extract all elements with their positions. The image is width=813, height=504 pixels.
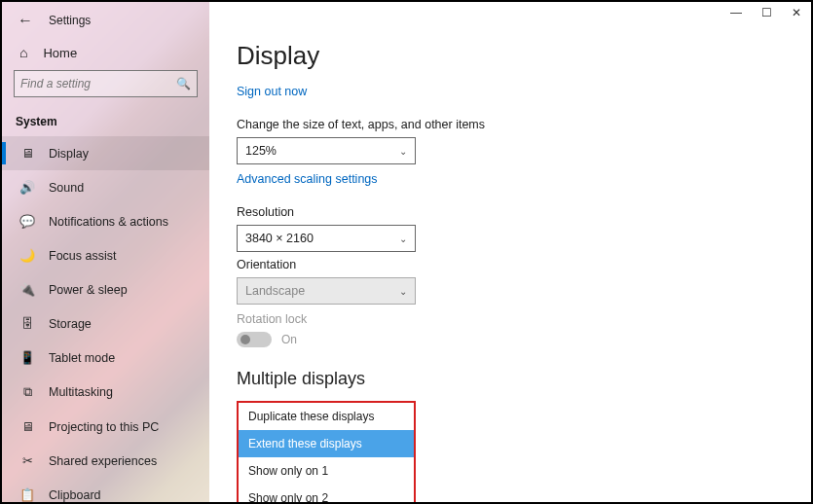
sidebar-item-label: Storage bbox=[49, 317, 92, 331]
sidebar-item-label: Multitasking bbox=[49, 385, 113, 399]
sidebar-icon: ✂ bbox=[19, 453, 35, 468]
sidebar-icon: ⧉ bbox=[19, 384, 35, 400]
sidebar-icon: 📋 bbox=[19, 487, 35, 502]
sidebar-item-label: Power & sleep bbox=[49, 283, 128, 297]
resolution-label: Resolution bbox=[237, 205, 784, 219]
search-input[interactable]: 🔍 bbox=[14, 70, 198, 97]
sidebar-icon: 🗄 bbox=[19, 316, 35, 331]
sidebar-item-notifications-actions[interactable]: 💬Notifications & actions bbox=[2, 204, 209, 238]
sidebar-item-projecting-to-this-pc[interactable]: 🖥Projecting to this PC bbox=[2, 410, 209, 444]
sidebar-item-label: Shared experiences bbox=[49, 454, 157, 468]
resolution-value: 3840 × 2160 bbox=[245, 232, 314, 245]
sidebar-item-sound[interactable]: 🔊Sound bbox=[2, 170, 209, 204]
multiple-displays-heading: Multiple displays bbox=[237, 369, 784, 389]
sidebar-icon: 🖥 bbox=[19, 146, 35, 161]
dropdown-option[interactable]: Extend these displays bbox=[239, 430, 414, 457]
sidebar-item-label: Sound bbox=[49, 181, 84, 195]
sidebar: ← Settings ⌂ Home 🔍 System 🖥Display🔊Soun… bbox=[2, 2, 209, 502]
orientation-select: Landscape ⌄ bbox=[237, 277, 416, 305]
content-area: Display Sign out now Change the size of … bbox=[209, 2, 811, 502]
sidebar-item-clipboard[interactable]: 📋Clipboard bbox=[2, 478, 209, 504]
back-arrow-icon[interactable]: ← bbox=[18, 12, 33, 29]
rotation-lock-toggle bbox=[237, 332, 272, 347]
dropdown-option[interactable]: Show only on 2 bbox=[239, 485, 414, 502]
scale-value: 125% bbox=[245, 144, 277, 158]
chevron-down-icon: ⌄ bbox=[399, 234, 407, 244]
sidebar-item-label: Tablet mode bbox=[49, 351, 115, 365]
rotation-lock-state: On bbox=[281, 333, 297, 346]
sidebar-item-storage[interactable]: 🗄Storage bbox=[2, 306, 209, 341]
rotation-lock-label: Rotation lock bbox=[237, 312, 784, 326]
chevron-down-icon: ⌄ bbox=[399, 146, 407, 157]
sidebar-section-label: System bbox=[2, 109, 209, 136]
orientation-label: Orientation bbox=[237, 258, 784, 271]
chevron-down-icon: ⌄ bbox=[399, 286, 407, 297]
sidebar-icon: 💬 bbox=[19, 214, 35, 229]
advanced-scaling-link[interactable]: Advanced scaling settings bbox=[237, 172, 378, 186]
sidebar-item-power-sleep[interactable]: 🔌Power & sleep bbox=[2, 272, 209, 306]
sidebar-item-label: Notifications & actions bbox=[49, 215, 168, 229]
sidebar-item-multitasking[interactable]: ⧉Multitasking bbox=[2, 375, 209, 410]
page-heading: Display bbox=[237, 41, 784, 71]
dropdown-option[interactable]: Duplicate these displays bbox=[239, 403, 414, 430]
sidebar-item-label: Clipboard bbox=[49, 488, 101, 502]
sidebar-item-tablet-mode[interactable]: 📱Tablet mode bbox=[2, 341, 209, 375]
scale-select[interactable]: 125% ⌄ bbox=[237, 137, 416, 164]
sign-out-link[interactable]: Sign out now bbox=[237, 85, 307, 98]
sidebar-item-focus-assist[interactable]: 🌙Focus assist bbox=[2, 238, 209, 272]
orientation-value: Landscape bbox=[245, 284, 305, 298]
search-field[interactable] bbox=[20, 77, 176, 90]
sidebar-item-shared-experiences[interactable]: ✂Shared experiences bbox=[2, 444, 209, 478]
sidebar-item-label: Display bbox=[49, 147, 89, 161]
search-icon: 🔍 bbox=[176, 77, 191, 90]
home-icon: ⌂ bbox=[19, 45, 27, 60]
sidebar-item-label: Focus assist bbox=[49, 249, 116, 263]
window-title: Settings bbox=[49, 14, 91, 27]
sidebar-item-display[interactable]: 🖥Display bbox=[2, 136, 209, 170]
dropdown-option[interactable]: Show only on 1 bbox=[239, 457, 414, 485]
sidebar-icon: 📱 bbox=[19, 350, 35, 365]
sidebar-home[interactable]: ⌂ Home bbox=[2, 33, 209, 70]
resolution-select[interactable]: 3840 × 2160 ⌄ bbox=[237, 225, 416, 252]
sidebar-icon: 🔊 bbox=[19, 180, 35, 195]
sidebar-icon: 🔌 bbox=[19, 282, 35, 297]
home-label: Home bbox=[43, 46, 77, 60]
sidebar-item-label: Projecting to this PC bbox=[49, 420, 159, 434]
scale-label: Change the size of text, apps, and other… bbox=[237, 118, 784, 131]
sidebar-icon: 🖥 bbox=[19, 419, 35, 434]
multiple-displays-dropdown[interactable]: Duplicate these displaysExtend these dis… bbox=[237, 401, 416, 502]
sidebar-icon: 🌙 bbox=[19, 248, 35, 263]
